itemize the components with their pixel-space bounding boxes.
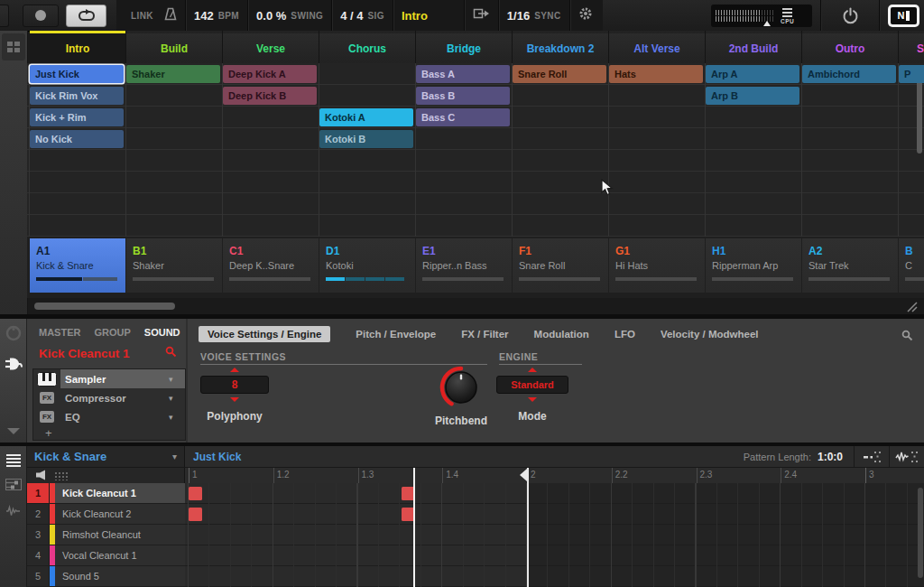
playhead[interactable] — [413, 468, 415, 587]
tab-master[interactable]: MASTER — [39, 327, 80, 338]
param-page-tab[interactable]: FX / Filter — [461, 329, 508, 340]
pattern-cell[interactable]: Ambichord — [802, 65, 896, 83]
pattern-cell[interactable]: Snare Roll — [513, 65, 606, 83]
scene-tab[interactable]: Bridge — [416, 31, 512, 63]
pattern-cell[interactable]: P — [899, 65, 924, 83]
parameter-search-icon[interactable] — [901, 329, 913, 345]
scene-tab[interactable]: Breakdown 2 — [513, 31, 608, 63]
scene-tab[interactable]: 2nd Build — [706, 31, 801, 63]
scene-tab[interactable]: Alt Verse — [609, 31, 705, 63]
timeline-ruler[interactable]: 11.21.31.422.22.32.43 — [185, 468, 924, 484]
loop-button[interactable] — [66, 5, 106, 27]
arranger-horizontal-scrollbar[interactable] — [34, 303, 175, 310]
scene-tab[interactable]: Chorus — [319, 31, 415, 63]
follow-playhead-button[interactable] — [473, 7, 490, 23]
param-page-tab[interactable]: Velocity / Modwheel — [661, 329, 759, 340]
pattern-editor-icon[interactable] — [6, 452, 21, 469]
song-view-button[interactable] — [2, 33, 25, 61]
track-name[interactable]: Sound 5 — [55, 566, 185, 586]
plugin-view-icon[interactable] — [4, 356, 23, 377]
ni-logo[interactable]: N — [888, 5, 919, 27]
pattern-cell[interactable]: Kick + Rim — [30, 108, 124, 126]
pattern-length-value[interactable]: 1:0:0 — [818, 451, 843, 463]
scene-tab[interactable]: Verse — [223, 31, 319, 63]
pitchbend-knob[interactable] — [439, 366, 483, 409]
record-button[interactable] — [23, 5, 59, 27]
increment-arrow-icon[interactable] — [528, 368, 537, 372]
scene-tab[interactable]: Intro — [30, 31, 125, 63]
audio-engine-power-button[interactable] — [829, 7, 871, 24]
chevron-down-icon[interactable]: ▾ — [172, 452, 177, 461]
track-number[interactable]: 2 — [27, 504, 50, 524]
pattern-cell[interactable]: Bass B — [416, 87, 510, 105]
control-lane-icon[interactable] — [5, 478, 22, 494]
track-name[interactable]: Rimshot Cleancut — [55, 525, 185, 545]
tab-group[interactable]: GROUP — [94, 327, 130, 338]
note-grid[interactable] — [185, 483, 924, 587]
group-cell[interactable]: BC — [899, 238, 924, 293]
collapse-chevron-icon[interactable] — [7, 428, 20, 434]
plugin-slot[interactable]: Sampler▾ — [33, 369, 185, 388]
group-cell[interactable]: F1Snare Roll — [513, 238, 608, 293]
increment-arrow-icon[interactable] — [230, 368, 239, 372]
step-grid-icon[interactable] — [54, 471, 68, 480]
audio-mode-button[interactable] — [889, 446, 924, 467]
chevron-down-icon[interactable]: ▾ — [169, 413, 185, 422]
group-cell[interactable]: G1Hi Hats — [609, 238, 705, 293]
link-toggle[interactable]: LINK — [131, 11, 153, 21]
plugin-slot[interactable]: FXCompressor▾ — [33, 388, 185, 407]
pattern-cell[interactable]: No Kick — [30, 130, 124, 148]
decrement-arrow-icon[interactable] — [230, 397, 239, 402]
track-number[interactable]: 1 — [27, 483, 50, 503]
track-number[interactable]: 3 — [27, 525, 50, 545]
scene-tab[interactable]: Build — [126, 31, 222, 63]
decrement-arrow-icon[interactable] — [528, 397, 537, 402]
param-page-tab[interactable]: Pitch / Envelope — [356, 329, 436, 340]
midi-note[interactable] — [189, 508, 202, 521]
param-page-tab[interactable]: Modulation — [534, 329, 589, 340]
group-cell[interactable]: D1Kotoki — [319, 238, 415, 293]
polyphony-value[interactable]: 8 — [200, 376, 269, 394]
pattern-end-marker[interactable] — [520, 469, 527, 481]
chevron-down-icon[interactable]: ▾ — [169, 394, 185, 403]
track-name[interactable]: Vocal Cleancut 1 — [55, 545, 185, 565]
play-button-partial[interactable] — [0, 5, 9, 27]
swing-value[interactable]: 0.0 % — [256, 9, 286, 23]
track-name[interactable]: Kick Cleancut 1 — [55, 483, 185, 503]
pattern-cell[interactable]: Just Kick — [30, 65, 124, 83]
pattern-cell[interactable]: Arp B — [706, 87, 799, 105]
metronome-icon[interactable] — [164, 7, 177, 24]
settings-gear-icon[interactable] — [578, 6, 593, 24]
group-cell[interactable]: A2Star Trek — [802, 238, 898, 293]
group-selector[interactable]: Kick & Snare ▾ — [27, 446, 185, 467]
editor-vertical-scrollbar[interactable] — [918, 488, 923, 578]
editor-group-name[interactable]: Kick & Snare — [34, 450, 172, 463]
time-signature-value[interactable]: 4 / 4 — [340, 9, 363, 23]
audition-speaker-icon[interactable] — [35, 468, 46, 484]
step-mode-button[interactable] — [854, 446, 889, 467]
add-plugin-button[interactable]: + — [33, 426, 185, 440]
chevron-down-icon[interactable]: ▾ — [169, 375, 185, 384]
level-marker-icon[interactable] — [763, 21, 771, 26]
scene-tab[interactable]: Outro — [802, 31, 898, 63]
pattern-arranger-grid[interactable]: Just KickKick Rim VoxKick + RimNo KickSh… — [27, 63, 924, 237]
midi-note[interactable] — [189, 487, 202, 500]
track-row[interactable]: 2Kick Cleancut 2 — [27, 504, 185, 525]
sound-search-icon[interactable] — [165, 345, 177, 361]
track-row[interactable]: 1Kick Cleancut 1 — [27, 483, 185, 504]
tab-sound[interactable]: SOUND — [144, 327, 180, 338]
track-number[interactable]: 4 — [27, 545, 50, 565]
channel-knob-icon[interactable] — [5, 325, 22, 345]
selected-sound-name[interactable]: Kick Cleancut 1 — [39, 347, 165, 360]
pattern-cell[interactable]: Hats — [609, 65, 703, 83]
pattern-cell[interactable]: Shaker — [126, 65, 220, 83]
group-cell[interactable]: E1Ripper..n Bass — [416, 238, 512, 293]
pattern-cell[interactable]: Bass A — [416, 65, 510, 83]
param-page-tab[interactable]: Voice Settings / Engine — [199, 326, 330, 342]
plugin-slot[interactable]: FXEQ▾ — [33, 407, 185, 426]
pattern-cell[interactable]: Kick Rim Vox — [30, 87, 124, 105]
engine-mode-value[interactable]: Standard — [496, 376, 568, 394]
track-name[interactable]: Kick Cleancut 2 — [55, 504, 185, 524]
pattern-cell[interactable]: Kotoki B — [319, 130, 413, 148]
editor-pattern-name[interactable]: Just Kick — [193, 451, 241, 463]
